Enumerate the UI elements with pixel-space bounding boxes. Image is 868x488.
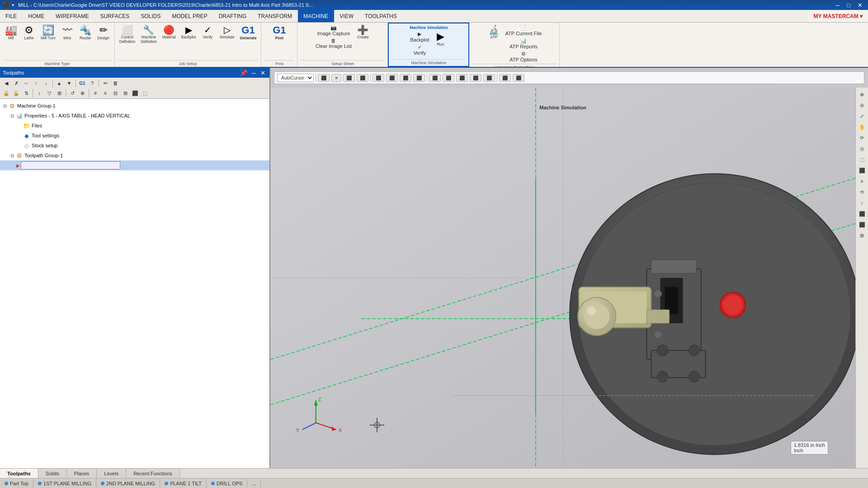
tree-item-tool-settings[interactable]: ⊟ ◆ Tool settings [0, 131, 269, 141]
tb-expand2[interactable]: ⊕ [78, 89, 87, 98]
plane-tab-2nd-plane[interactable]: 2ND PLANE MILLING [96, 479, 160, 488]
vp-btn-14[interactable]: ⬛ [513, 74, 524, 82]
tree-item-machine-group[interactable]: ⊟ ⚙ Machine Group-1 [0, 101, 269, 111]
ribbon-btn-atp-current[interactable]: 📄 ATP Current File [504, 24, 543, 37]
btab-planes[interactable]: Planes [67, 469, 97, 478]
ribbon-btn-backplot[interactable]: ▶ Backplot [179, 24, 198, 40]
ribbon-btn-atp-options[interactable]: ⚙ ATP Options [504, 51, 543, 63]
btab-recent[interactable]: Recent Functions [126, 469, 180, 478]
tree-toggle-machine-group[interactable]: ⊟ [2, 103, 8, 108]
vp-btn-11[interactable]: ⬛ [470, 74, 481, 82]
tb-extra2[interactable]: ⊞ [121, 89, 130, 98]
tb-expand[interactable]: ↑ [32, 79, 41, 88]
btab-levels[interactable]: Levels [97, 469, 126, 478]
tree-toggle-toolpath-group[interactable]: ⊟ [9, 153, 15, 158]
tb-collapse[interactable]: ↓ [42, 79, 51, 88]
menu-home[interactable]: HOME [23, 10, 50, 22]
ribbon-btn-mill[interactable]: 🏭 Mill [3, 24, 19, 41]
plane-tab-1st-plane[interactable]: 1ST PLANE MILLING [33, 479, 96, 488]
vp-right-btn-7[interactable]: ⬛ [857, 165, 867, 175]
menu-drafting[interactable]: DRAFTING [213, 10, 252, 22]
tb-unlock[interactable]: 🔓 [12, 89, 21, 98]
vp-btn-12[interactable]: ⬛ [483, 74, 495, 82]
ribbon-btn-simulate[interactable]: ▷ Simulate [217, 24, 236, 40]
plane-tab-plane-1-tilt[interactable]: PLANE 1 TILT [160, 479, 207, 488]
btab-solids[interactable]: Solids [38, 469, 67, 478]
close-button[interactable]: ✕ [855, 2, 865, 9]
tb-toggle-lock[interactable]: ⇅ [22, 89, 31, 98]
titlebar-right[interactable]: ─ □ ✕ [833, 2, 865, 9]
tree-toggle-properties[interactable]: ⊟ [9, 113, 15, 118]
vp-right-btn-5[interactable]: ◎ [857, 144, 867, 154]
menu-transform[interactable]: TRANSFORM [252, 10, 298, 22]
vp-btn-2[interactable]: ⬛ [343, 74, 355, 82]
plane-tab-drill-ops[interactable]: DRILL OPS [207, 479, 247, 488]
menu-toolpaths[interactable]: TOOLPATHS [359, 10, 403, 22]
ribbon-btn-backplot-sim[interactable]: ▶ Backplot [409, 31, 430, 43]
vp-btn-6[interactable]: ⬛ [400, 74, 411, 82]
ribbon-btn-run[interactable]: ▶ Run [433, 31, 449, 47]
tree-new-item-input[interactable] [21, 161, 120, 169]
menu-file[interactable]: FILE [0, 10, 23, 22]
tb-filter[interactable]: ▽ [45, 89, 54, 98]
ribbon-btn-atp-main[interactable]: 🔬 ATP [486, 24, 502, 40]
vp-right-btn-fit[interactable]: ⤢ [857, 111, 867, 121]
tb-help[interactable]: ? [88, 79, 97, 88]
btab-toolpaths[interactable]: Toolpaths [0, 469, 38, 478]
vp-btn-3[interactable]: ⬛ [357, 74, 368, 82]
tb-edit[interactable]: ✏ [101, 79, 110, 88]
tb-extra4[interactable]: ⬚ [141, 89, 150, 98]
panel-pin-button[interactable]: 📌 [239, 70, 249, 76]
vp-btn-13[interactable]: ⬛ [499, 74, 511, 82]
minimize-button[interactable]: ─ [833, 2, 842, 9]
panel-title-buttons[interactable]: 📌 ─ ✕ [239, 70, 267, 76]
tb-group[interactable]: ⊞ [55, 89, 64, 98]
tb-move-down[interactable]: ▼ [65, 79, 74, 88]
tb-move-up[interactable]: ▲ [55, 79, 64, 88]
vp-right-btn-rotate[interactable]: ⟳ [857, 133, 867, 143]
menu-model-prep[interactable]: MODEL PREP [166, 10, 213, 22]
tb-unselect[interactable]: ✗ [12, 79, 21, 88]
ribbon-btn-verify[interactable]: ✓ Verify [199, 24, 216, 40]
vp-btn-x[interactable]: ✕ [331, 74, 341, 82]
ribbon-btn-mill-turn[interactable]: 🔄 Mill-Turn [39, 24, 57, 41]
menu-view[interactable]: VIEW [334, 10, 359, 22]
tree-item-stock-setup[interactable]: ⊟ ◇ Stock setup [0, 141, 269, 150]
plane-tab-more[interactable]: ... [247, 479, 261, 488]
menu-surfaces[interactable]: SURFACES [95, 10, 136, 22]
ribbon-btn-machine-def[interactable]: 🔧 MachineDefinition [139, 24, 158, 45]
ribbon-btn-control-def[interactable]: ⬜ ControlDefinition [118, 24, 137, 45]
tree-item-toolpath-group[interactable]: ⊟ ⚙ Toolpath Group-1 [0, 150, 269, 160]
vp-btn-10[interactable]: ⬛ [456, 74, 468, 82]
ribbon-btn-verify-sim[interactable]: ✓ Verify [409, 44, 430, 56]
vp-btn-7[interactable]: ⬛ [413, 74, 425, 82]
tb-select-all[interactable]: ◀ [2, 79, 11, 88]
tb-num[interactable]: # [91, 89, 100, 98]
vp-right-btn-11[interactable]: ⬛ [857, 209, 867, 219]
panel-close-button[interactable]: ✕ [259, 70, 267, 76]
vp-btn-8[interactable]: ⬛ [429, 74, 441, 82]
vp-btn-4[interactable]: ⬛ [373, 74, 384, 82]
tree-item-files[interactable]: ⊟ 📁 Files [0, 121, 269, 131]
ribbon-btn-router[interactable]: 🔩 Router [77, 24, 94, 41]
vp-right-btn-8[interactable]: ≡ [857, 176, 867, 186]
maximize-button[interactable]: □ [844, 2, 853, 9]
ribbon-btn-clear-image[interactable]: 🗑 Clear Image List [314, 38, 353, 49]
vp-right-btn-13[interactable]: ⊞ [857, 230, 867, 240]
vp-right-btn-10[interactable]: ↕ [857, 198, 867, 208]
tb-toggle-sel[interactable]: ↔ [22, 79, 31, 88]
tb-extra1[interactable]: ⊟ [111, 89, 120, 98]
ribbon-btn-material[interactable]: 🔴 Material [160, 24, 178, 40]
menu-wireframe[interactable]: WIREFRAME [50, 10, 94, 22]
vp-btn-1[interactable]: ⬛ [318, 74, 330, 82]
vp-right-btn-zoom-out[interactable]: ⊖ [857, 100, 867, 110]
ribbon-btn-lathe[interactable]: ⚙ Lathe [21, 24, 37, 41]
vp-right-btn-9[interactable]: ⟲ [857, 187, 867, 197]
vp-btn-5[interactable]: ⬛ [386, 74, 398, 82]
ribbon-btn-wire[interactable]: 〰 Wire [59, 24, 75, 41]
plane-tab-part-top[interactable]: Part Top [0, 479, 33, 488]
ribbon-btn-generate[interactable]: G1 Generate [238, 24, 259, 41]
ribbon-btn-atp-reports[interactable]: 📊 ATP Reports [504, 38, 543, 50]
autocursor-dropdown[interactable]: AutoCursor [277, 74, 314, 82]
menu-machine[interactable]: MACHINE [298, 10, 334, 22]
